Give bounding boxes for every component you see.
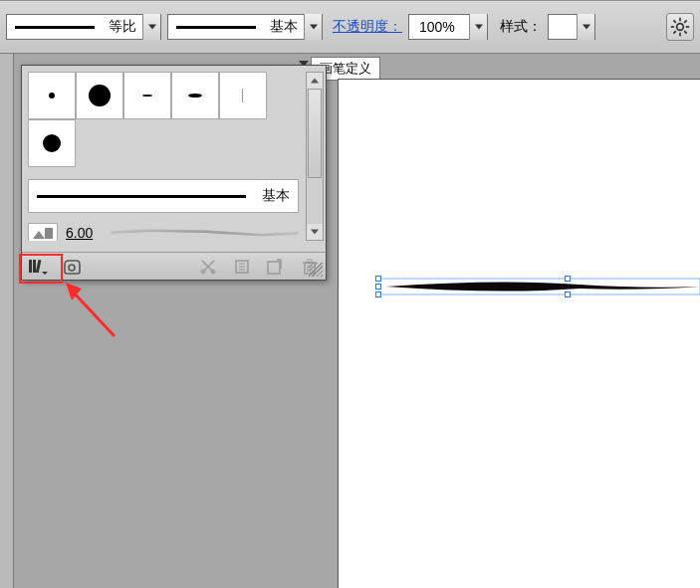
- brush-swatch[interactable]: [171, 72, 219, 119]
- stroke-preset-label: 基本: [254, 187, 298, 205]
- svg-rect-15: [45, 228, 53, 239]
- brush-swatch[interactable]: [123, 72, 171, 119]
- stroke-ratio-label: 等比: [103, 18, 142, 36]
- artboard[interactable]: [338, 79, 700, 588]
- bbox-handle[interactable]: [565, 276, 571, 282]
- svg-line-8: [684, 20, 687, 23]
- bbox-handle[interactable]: [375, 292, 381, 297]
- cut-icon[interactable]: [198, 258, 218, 276]
- svg-rect-28: [268, 262, 280, 274]
- brush-width-value[interactable]: 6.00: [66, 225, 93, 241]
- stroke-basic-combo[interactable]: 基本: [167, 14, 323, 40]
- stroke-ratio-dropdown[interactable]: [142, 14, 160, 40]
- brush-grid: 基本 6.00: [28, 72, 304, 241]
- opacity-value: 100%: [409, 19, 469, 35]
- annotation-highlight: [19, 254, 63, 284]
- svg-point-0: [677, 24, 684, 31]
- scroll-down-icon[interactable]: [307, 224, 323, 240]
- style-dropdown[interactable]: [577, 14, 594, 40]
- scroll-thumb[interactable]: [308, 89, 322, 178]
- stroke-ratio-preview: [7, 15, 103, 39]
- gear-icon[interactable]: [666, 13, 694, 41]
- bbox-handle[interactable]: [375, 276, 381, 282]
- cc-libraries-icon[interactable]: [62, 258, 82, 276]
- style-label: 样式：: [500, 18, 542, 36]
- brush-swatch[interactable]: [76, 72, 123, 119]
- svg-line-5: [673, 20, 676, 23]
- brush-swatch[interactable]: [28, 72, 76, 119]
- style-field[interactable]: [548, 14, 595, 40]
- svg-line-35: [72, 291, 115, 336]
- anchor-handle[interactable]: [375, 284, 381, 290]
- panel-footer: [22, 252, 326, 280]
- stroke-ratio-combo[interactable]: 等比: [6, 14, 161, 40]
- svg-line-7: [673, 31, 676, 33]
- stroke-basic-preview: [168, 15, 264, 39]
- annotation-arrow-icon: [60, 277, 139, 346]
- opacity-field[interactable]: 100%: [408, 14, 488, 40]
- selected-path[interactable]: [378, 273, 700, 300]
- svg-line-6: [684, 31, 687, 33]
- stroke-basic-label: 基本: [264, 18, 304, 36]
- brush-calligraphic-icon: [111, 224, 299, 241]
- brush-stroke-preset[interactable]: 基本: [28, 179, 299, 213]
- svg-point-9: [49, 93, 55, 98]
- svg-point-12: [188, 94, 202, 98]
- stroke-line-icon: [37, 195, 246, 198]
- options-toolbar: 等比 基本 不透明度： 100% 样式：: [0, 0, 700, 54]
- resize-grip-icon[interactable]: [309, 263, 323, 277]
- svg-point-19: [69, 265, 75, 271]
- brush-swatch[interactable]: [219, 72, 267, 119]
- brush-width-icon[interactable]: [28, 223, 58, 241]
- edit-stroke-icon[interactable]: [232, 258, 252, 276]
- brush-definition-panel: 基本 6.00: [21, 65, 327, 281]
- brush-swatch[interactable]: [28, 119, 76, 167]
- svg-point-14: [43, 134, 61, 152]
- stroke-basic-dropdown[interactable]: [304, 14, 322, 40]
- panel-scrollbar[interactable]: [306, 72, 324, 241]
- opacity-dropdown[interactable]: [469, 14, 487, 40]
- opacity-label[interactable]: 不透明度：: [333, 18, 402, 36]
- brush-width-row: 6.00: [28, 219, 299, 241]
- svg-rect-13: [242, 89, 243, 102]
- new-brush-icon[interactable]: [266, 258, 286, 276]
- svg-point-10: [89, 85, 111, 106]
- tooltip-text: 画笔定义: [320, 61, 371, 76]
- bbox-handle[interactable]: [565, 292, 571, 297]
- scroll-up-icon[interactable]: [307, 73, 323, 89]
- left-gutter: [0, 54, 14, 588]
- svg-point-11: [142, 95, 152, 97]
